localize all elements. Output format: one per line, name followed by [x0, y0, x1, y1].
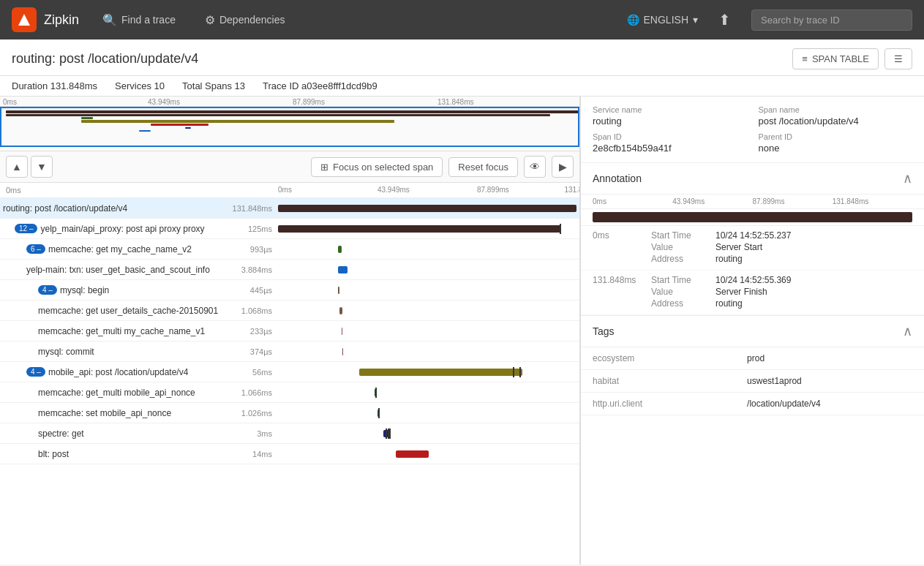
- next-button[interactable]: ▶: [552, 156, 574, 178]
- mini-bar-4: [151, 124, 209, 126]
- mini-bar-1: [6, 114, 550, 116]
- annotation-group: 131.848ms Start Time 10/24 14:52:55.369 …: [581, 271, 924, 315]
- collapse-tags-icon: ∧: [903, 323, 912, 339]
- svg-marker-0: [18, 14, 30, 26]
- annotation-field-row: Address routing: [651, 254, 912, 264]
- tick-0: 0ms: [278, 186, 292, 194]
- span-row[interactable]: memcache: get_multi my_cache_name_v1 233…: [0, 321, 579, 342]
- tags-section-header[interactable]: Tags ∧: [581, 316, 924, 347]
- minimap-canvas: [0, 107, 579, 147]
- span-label-area: 6 – memcache: get my_cache_name_v2 993µs: [0, 244, 278, 254]
- span-row[interactable]: blt: post 14ms: [0, 444, 579, 464]
- span-id-field: Span ID 2e8cfb154b59a41f: [593, 132, 747, 154]
- mini-bar-2: [81, 117, 93, 119]
- focus-icon: ⊞: [320, 162, 328, 173]
- span-bar-area: [278, 239, 579, 259]
- focus-span-button[interactable]: ⊞ Focus on selected span: [311, 157, 443, 177]
- nav-dependencies-label: Dependencies: [219, 14, 285, 26]
- span-bar-area: [278, 280, 579, 300]
- service-name-field: Service name routing: [593, 105, 747, 127]
- minimap-tick-1: 43.949ms: [145, 98, 290, 106]
- nav-dependencies[interactable]: ⚙ Dependencies: [199, 10, 291, 30]
- collapse-annotation-icon: ∧: [903, 170, 912, 186]
- services-meta: Services 10: [115, 80, 165, 91]
- span-row[interactable]: memcache: get_multi mobile_api_nonce 1.0…: [0, 382, 579, 403]
- span-bar: [339, 307, 342, 314]
- brand-icon: [12, 7, 37, 32]
- minimap[interactable]: 0ms 43.949ms 87.899ms 131.848ms: [0, 97, 579, 151]
- span-bar: [338, 287, 339, 294]
- detail-grid: Service name routing Span name post /loc…: [593, 105, 912, 154]
- minimap-timeline: 0ms 43.949ms 87.899ms 131.848ms: [0, 97, 579, 107]
- span-row[interactable]: spectre: get 3ms: [0, 423, 579, 444]
- nav-down-button[interactable]: ▼: [31, 156, 53, 178]
- span-bar-area: [278, 382, 579, 402]
- trace-id-search-input[interactable]: [751, 10, 912, 31]
- span-row[interactable]: routing: post /location/update/v4 131.84…: [0, 198, 579, 219]
- navbar: Zipkin 🔍 Find a trace ⚙ Dependencies 🌐 E…: [0, 0, 924, 39]
- span-label-area: 12 – yelp_main/api_proxy: post api proxy…: [0, 224, 278, 234]
- table-icon: ≡: [802, 53, 808, 64]
- span-row[interactable]: memcache: get user_details_cache-2015090…: [0, 301, 579, 321]
- span-label-area: memcache: get_multi mobile_api_nonce 1.0…: [0, 388, 278, 398]
- span-row[interactable]: 4 – mysql: begin 445µs: [0, 280, 579, 301]
- tag-row: habitat uswest1aprod: [581, 370, 924, 393]
- span-row[interactable]: 12 – yelp_main/api_proxy: post api proxy…: [0, 219, 579, 239]
- span-label-area: 4 – mobile_api: post /location/update/v4…: [0, 367, 278, 377]
- nav-up-button[interactable]: ▲: [6, 156, 28, 178]
- annotation-field-row: Address routing: [651, 298, 912, 309]
- span-bar: [396, 450, 429, 458]
- span-table-button[interactable]: ≡ SPAN TABLE: [792, 48, 879, 69]
- span-bar: [278, 225, 561, 233]
- translate-icon: 🌐: [627, 14, 639, 26]
- span-tick: [513, 367, 514, 377]
- span-row[interactable]: 4 – mobile_api: post /location/update/v4…: [0, 362, 579, 382]
- span-table[interactable]: 0ms 0ms 43.949ms 87.899ms 131.848ms rout…: [0, 183, 579, 565]
- span-bar: [342, 348, 343, 355]
- mini-bar-0: [6, 110, 579, 113]
- annotation-group: 0ms Start Time 10/24 14:52:55.237 Value …: [581, 226, 924, 271]
- tag-value: /location/update/v4: [735, 393, 924, 415]
- menu-button[interactable]: ☰: [884, 48, 912, 69]
- span-label-area: memcache: get user_details_cache-2015090…: [0, 306, 278, 316]
- trace-meta: Duration 131.848ms Services 10 Total Spa…: [0, 76, 924, 97]
- span-bar: [342, 328, 342, 335]
- span-row[interactable]: 6 – memcache: get my_cache_name_v2 993µs: [0, 239, 579, 260]
- nav-find-trace-label: Find a trace: [121, 14, 176, 26]
- span-label-area: memcache: get_multi my_cache_name_v1 233…: [0, 326, 278, 336]
- chevron-down-icon: ▾: [693, 14, 698, 26]
- span-bar-area: [278, 342, 579, 361]
- mini-bar-3: [81, 120, 394, 123]
- span-bar-area: [278, 301, 579, 320]
- visibility-toggle-button[interactable]: 👁: [524, 156, 546, 178]
- span-row[interactable]: yelp-main: txn: user_get_basic_and_scout…: [0, 260, 579, 280]
- span-bar-area: [278, 321, 579, 341]
- span-tick: [375, 388, 377, 398]
- minimap-tick-2: 87.899ms: [290, 98, 435, 106]
- span-bar-area: [278, 198, 579, 218]
- tag-value: prod: [735, 347, 924, 370]
- span-tick: [560, 224, 561, 234]
- span-row[interactable]: mysql: commit 374µs: [0, 342, 579, 362]
- span-bar-area: [278, 403, 579, 423]
- tick-3: 131.848ms: [564, 186, 579, 194]
- mini-bar-5: [185, 127, 191, 129]
- span-bar-area: [278, 423, 579, 443]
- span-row[interactable]: memcache: set mobile_api_nonce 1.026ms: [0, 403, 579, 423]
- detail-panel: Service name routing Span name post /loc…: [580, 97, 924, 565]
- tag-row: ecosystem prod: [581, 347, 924, 370]
- upload-button[interactable]: ⬆: [715, 8, 734, 31]
- language-label: ENGLISH: [644, 14, 688, 26]
- nav-find-trace[interactable]: 🔍 Find a trace: [97, 10, 181, 30]
- page-title: routing: post /location/update/v4: [12, 51, 198, 67]
- span-bar: [278, 205, 576, 212]
- tags-table: ecosystem prod habitat uswest1aprod http…: [581, 347, 924, 415]
- span-label-area: yelp-main: txn: user_get_basic_and_scout…: [0, 265, 278, 275]
- minimap-tick-0: 0ms: [0, 98, 145, 106]
- timeline-header: 0ms 0ms 43.949ms 87.899ms 131.848ms: [0, 183, 579, 198]
- minimap-tick-3: 131.848ms: [435, 98, 579, 106]
- reset-focus-button[interactable]: Reset focus: [448, 157, 518, 177]
- language-selector[interactable]: 🌐 ENGLISH ▾: [627, 14, 698, 26]
- brand[interactable]: Zipkin: [12, 7, 79, 32]
- annotation-section-header[interactable]: Annotation ∧: [581, 163, 924, 195]
